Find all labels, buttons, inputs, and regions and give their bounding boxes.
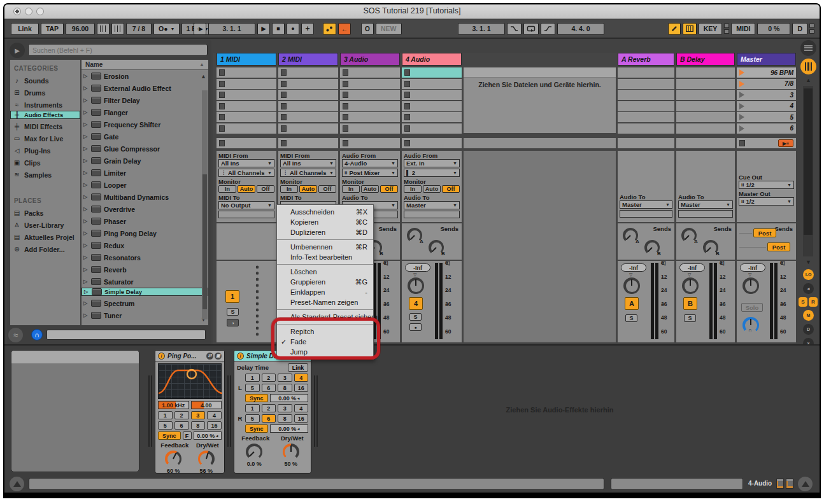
expander-icon[interactable]: ▷ <box>83 267 89 272</box>
beat-division-6[interactable]: 6 <box>174 421 189 430</box>
monitor-off[interactable]: Off <box>380 185 398 193</box>
clip-slot[interactable] <box>402 67 462 78</box>
re-enable-automation-button[interactable]: ← <box>338 23 351 35</box>
beat-division-1[interactable]: 1 <box>158 411 173 419</box>
clip-stop-row[interactable] <box>402 138 462 148</box>
monitor-in[interactable]: In <box>404 185 422 193</box>
clip-stop-icon[interactable] <box>219 103 225 109</box>
sync-button[interactable]: Sync <box>158 431 181 440</box>
beat-division-16[interactable]: 16 <box>294 414 309 423</box>
clip-slot[interactable] <box>402 101 462 111</box>
beat-division-8[interactable]: 8 <box>278 384 292 392</box>
menu-item-umbenennen[interactable]: Umbenennen⌘R <box>277 242 373 252</box>
beat-division-16[interactable]: 16 <box>294 384 309 392</box>
follow-button[interactable]: ·▶ <box>194 23 206 35</box>
browser-item[interactable]: ▷Erosion <box>82 70 208 82</box>
clip-stop-icon[interactable] <box>219 81 225 87</box>
clip-slot[interactable] <box>278 67 338 78</box>
sidebar-item-packs[interactable]: ▤Packs <box>10 207 80 219</box>
menu-item-einklappen[interactable]: Einklappen- <box>277 287 373 297</box>
expander-icon[interactable]: ▷ <box>83 182 89 188</box>
overdub-plus-button[interactable]: + <box>301 23 314 35</box>
sidebar-item-midi-effects[interactable]: ╪MIDI Effects <box>10 120 80 132</box>
solo-button[interactable]: S <box>409 313 422 321</box>
monitor-in[interactable]: In <box>218 185 236 193</box>
monitor-auto[interactable]: Auto <box>238 185 255 193</box>
expander-icon[interactable]: ▷ <box>83 85 89 91</box>
scroll-down-icon[interactable]: ▼ <box>806 259 811 265</box>
solo-button[interactable]: S <box>227 308 239 316</box>
drop-zone[interactable] <box>464 67 616 133</box>
loop-length-display[interactable]: 4. 4. 0 <box>557 23 604 35</box>
expander-icon[interactable]: ▷ <box>83 146 89 151</box>
mixer-view-toggle[interactable] <box>800 59 816 74</box>
menu-item-gruppieren[interactable]: Gruppieren⌘G <box>277 277 373 287</box>
scene-slot[interactable]: 3 <box>737 90 796 100</box>
clip-stop-icon[interactable] <box>343 114 348 120</box>
menu-item-als-standard-preset-sichern[interactable]: Als Standard-Preset sichern <box>277 312 373 322</box>
browser-item[interactable]: ▷External Audio Effect <box>82 82 208 94</box>
expander-icon[interactable]: ▷ <box>83 242 89 248</box>
stop-button[interactable]: ■ <box>272 23 285 35</box>
clip-stop-icon[interactable] <box>219 125 225 132</box>
device-drag-handle[interactable] <box>314 375 318 447</box>
device-power-icon[interactable]: I <box>158 353 165 360</box>
sidebar-item-add-folder-[interactable]: ⊕Add Folder... <box>10 243 80 255</box>
beat-division-1[interactable]: 1 <box>245 404 260 412</box>
scene-slot[interactable]: 96 BPM <box>737 67 796 78</box>
browser-item[interactable]: ▷Limiter <box>82 167 208 179</box>
time-signature-display[interactable]: 7 / 8 <box>126 23 152 35</box>
preview-button[interactable]: ◑ <box>227 319 239 326</box>
clip-stop-icon[interactable] <box>219 92 225 98</box>
sidebar-item-audio-effects[interactable]: ╫Audio Effects <box>10 111 80 119</box>
midi-map-button[interactable]: MIDI <box>731 23 755 35</box>
delay-offset-right[interactable]: 0.00 %◂ <box>270 424 308 433</box>
browser-item[interactable]: ▷Redux <box>82 239 208 251</box>
beat-division-1[interactable]: 1 <box>245 374 260 382</box>
beat-division-4[interactable]: 4 <box>294 374 309 382</box>
menu-item-repitch[interactable]: Repitch <box>277 326 373 337</box>
io-section-toggle[interactable]: I-O <box>803 269 814 280</box>
scroll-up-icon[interactable]: ▲ <box>806 77 811 83</box>
expander-icon[interactable]: ▷ <box>83 170 89 176</box>
beat-division-5[interactable]: 5 <box>245 414 260 423</box>
sidebar-item-plug-ins[interactable]: ◁Plug-Ins <box>10 144 80 157</box>
output-sub-select[interactable] <box>404 211 460 218</box>
device-ping-pong-delay[interactable]: I Ping Po... ⇄ ▣ 1.00 kHz 4.00 <box>155 350 225 473</box>
draw-mode-button[interactable] <box>668 23 681 35</box>
filter-display[interactable] <box>158 363 222 399</box>
clip-stop-icon[interactable] <box>281 125 287 132</box>
clip-stop-icon[interactable] <box>343 140 348 146</box>
expander-icon[interactable]: ▷ <box>83 122 89 127</box>
expander-icon[interactable]: ▷ <box>83 300 89 306</box>
feedback-knob-value[interactable]: 0.0 % <box>246 461 262 467</box>
drywet-knob[interactable] <box>283 444 299 460</box>
sidebar-item-max-for-live[interactable]: ▭Max for Live <box>10 132 80 144</box>
cue-out-select[interactable]: ii1/2▼ <box>739 181 794 189</box>
send-a-post-button[interactable]: Post <box>753 228 776 237</box>
menu-item-ausschneiden[interactable]: Ausschneiden⌘X <box>277 207 373 217</box>
track-activator[interactable]: 4 <box>409 297 423 310</box>
feedback-knob-value[interactable]: 60 % <box>165 468 181 473</box>
expander-icon[interactable]: ▷ <box>83 158 89 164</box>
expander-icon[interactable]: ▷ <box>83 97 89 103</box>
menu-item-fade[interactable]: ✓Fade <box>277 337 373 347</box>
scene-slot[interactable]: 4 <box>737 101 796 111</box>
show-detail-button[interactable] <box>798 477 813 491</box>
clip-slot[interactable] <box>278 79 338 89</box>
nudge-down-button[interactable] <box>97 23 110 35</box>
drywet-knob-value[interactable]: 50 % <box>283 461 299 467</box>
clip-slot[interactable] <box>217 79 276 89</box>
pan-knob[interactable] <box>623 277 640 294</box>
clip-slot[interactable] <box>217 90 276 100</box>
play-button[interactable]: ▶ <box>257 23 270 35</box>
browser-item[interactable]: ▷Grain Delay <box>82 155 208 167</box>
expander-icon[interactable]: ▷ <box>83 230 89 236</box>
overdub-d-button[interactable]: D <box>792 23 807 35</box>
expander-icon[interactable]: ▷ <box>83 194 89 200</box>
expander-icon[interactable]: ▷ <box>84 289 89 295</box>
browser-item[interactable]: ▷Overdrive <box>82 203 208 215</box>
clip-stop-icon[interactable] <box>404 103 410 109</box>
track-header[interactable]: 4 Audio <box>402 53 462 66</box>
channel-select[interactable]: ⋮All Channels▼ <box>280 169 336 177</box>
